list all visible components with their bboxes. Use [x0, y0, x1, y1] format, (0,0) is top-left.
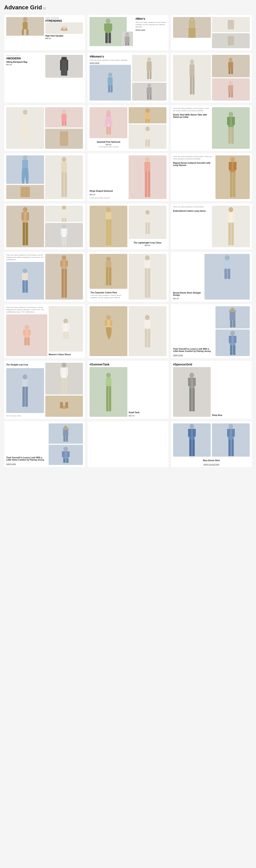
svg-rect-194 [188, 378, 191, 386]
season-tag: SEASON SALE [6, 55, 44, 57]
svg-point-179 [62, 363, 66, 368]
svg-rect-33 [150, 71, 152, 79]
woman-blue-dress-icon [20, 155, 31, 184]
svg-rect-97 [26, 222, 28, 245]
svg-rect-73 [228, 127, 231, 144]
svg-point-199 [64, 426, 67, 430]
new-arrived-tag: NEW ARRIVED [45, 17, 83, 19]
svg-rect-66 [145, 131, 150, 140]
svg-rect-14 [125, 36, 130, 42]
svg-rect-89 [234, 162, 236, 170]
svg-rect-106 [62, 237, 64, 246]
svg-rect-125 [25, 280, 28, 293]
svg-rect-163 [148, 329, 150, 347]
svg-point-69 [229, 112, 233, 117]
svg-rect-134 [106, 267, 108, 285]
svg-rect-41 [192, 76, 194, 95]
sandals-icon [60, 24, 68, 33]
svg-rect-2 [22, 29, 24, 35]
product-small-2-icon [227, 35, 235, 46]
card-summer-tank: #SummerTank Small Tank $32.00 [88, 361, 168, 419]
svg-rect-195 [193, 378, 196, 386]
card-women-row3-left [4, 105, 85, 151]
shoes-icon [58, 398, 70, 414]
svg-rect-178 [25, 386, 28, 407]
card-womens-right [171, 53, 252, 103]
seashell-body: Lorem ipsum dolor sit amet [90, 146, 127, 148]
svg-rect-186 [60, 402, 63, 408]
svg-rect-109 [105, 212, 111, 219]
svg-rect-123 [22, 273, 28, 280]
woman-grey-icon [145, 83, 154, 100]
svg-rect-111 [109, 219, 111, 245]
mens-shop-link[interactable]: SHOP LOOK [135, 29, 166, 31]
svg-rect-166 [230, 312, 235, 320]
blue-denim-shop[interactable]: SHOP COLLECTION [203, 464, 219, 465]
trending-hashtag: #TRENDING [45, 19, 83, 23]
svg-rect-99 [62, 210, 66, 218]
svg-rect-59 [106, 127, 108, 135]
svg-rect-159 [110, 320, 113, 326]
svg-rect-206 [67, 451, 70, 457]
luxury-shop-link[interactable]: SHOP LOOK [173, 354, 214, 356]
mens-classic-shirts: Men's Classic Shirts [6, 415, 44, 417]
svg-rect-100 [62, 218, 64, 222]
svg-rect-22 [62, 57, 67, 60]
emb-name: Embroidered Cotton Long sleeve [173, 210, 211, 212]
man-green-icon [102, 18, 114, 45]
boxed-name: Boxed Denim Short Straight Design [173, 292, 203, 296]
svg-point-38 [190, 59, 194, 64]
svg-rect-63 [146, 119, 147, 123]
svg-rect-51 [22, 115, 28, 121]
detail-icon [59, 130, 69, 147]
svg-point-144 [25, 325, 29, 330]
page-title: Advance Grid [4, 4, 42, 11]
card-row7-left: There are many variations of lorem ipsum… [4, 304, 85, 358]
svg-rect-90 [230, 172, 232, 197]
woman-blue-icon [105, 72, 115, 93]
svg-rect-152 [62, 323, 65, 330]
woman-tan-icon [142, 108, 153, 123]
card-shirt-desc: There are many variations of lorem ipsum… [171, 105, 252, 151]
svg-rect-110 [106, 219, 108, 245]
treat-shop-link[interactable]: SHOP LOOK [6, 463, 47, 465]
spencer-name: Shop Now [212, 414, 250, 416]
card-trending: NEW ARRIVED #TRENDING High Heel Sandals … [4, 15, 85, 50]
svg-rect-74 [231, 127, 234, 144]
svg-rect-200 [63, 430, 68, 436]
svg-rect-113 [145, 215, 150, 222]
man-green-shirt-icon [225, 111, 237, 145]
svg-rect-184 [64, 378, 67, 395]
woman-tall-icon [187, 59, 197, 96]
row7-desc: There are many variations of lorem ipsum… [6, 306, 47, 313]
svg-point-169 [230, 331, 235, 336]
svg-rect-11 [105, 33, 108, 43]
svg-point-132 [106, 257, 111, 261]
carpenter-body: There are many variations of lorem ipsum… [90, 294, 127, 299]
man-denim-shirt-1-icon [186, 424, 198, 457]
womens-shop-link[interactable]: SHOP LOOK [90, 62, 131, 64]
svg-rect-60 [109, 127, 111, 135]
card-swimsuit-center: Seashell Print Swimsuit $49.00 Lorem ips… [88, 105, 168, 151]
svg-rect-29 [110, 85, 113, 92]
man-cream-icon [225, 207, 237, 246]
svg-point-46 [229, 81, 232, 85]
svg-rect-202 [66, 436, 68, 442]
svg-rect-96 [23, 222, 25, 245]
rings-body: Lorem ipsum dolor sit amet [90, 197, 127, 199]
woman-crop-icon [19, 374, 31, 407]
svg-rect-158 [105, 320, 107, 326]
man-classic-icon [58, 363, 70, 395]
woman-denim-icon [221, 255, 234, 299]
woman-white-row7-icon [60, 318, 71, 339]
svg-rect-181 [60, 368, 63, 375]
svg-rect-72 [232, 117, 235, 125]
svg-rect-212 [193, 429, 196, 437]
detail-close-icon [20, 186, 31, 198]
woman-warm-icon [226, 58, 235, 74]
svg-rect-31 [147, 62, 152, 71]
womens-body: There are many variations of lorem ipsum… [90, 59, 131, 61]
emb-desc: There are many variations of lorem ipsum… [173, 206, 211, 208]
woman-light-icon [145, 57, 154, 80]
card-mens: #Men's There are many variations of lore… [88, 15, 168, 50]
